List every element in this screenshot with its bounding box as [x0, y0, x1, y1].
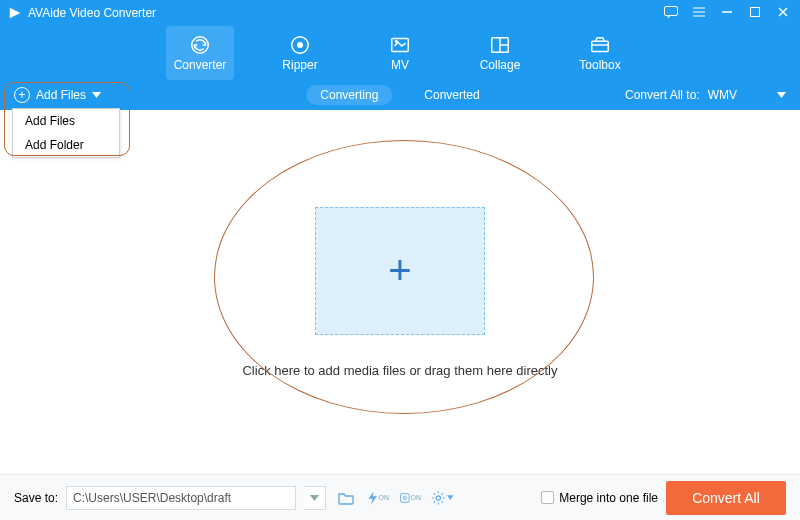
- window-controls: [662, 6, 792, 21]
- nav-collage[interactable]: Collage: [466, 26, 534, 80]
- add-files-dropdown: Add Files Add Folder: [12, 108, 120, 158]
- convert-all-to-label: Convert All to:: [625, 88, 700, 102]
- footer-bar: Save to: C:\Users\USER\Desktop\draft ON …: [0, 474, 800, 520]
- svg-point-11: [298, 43, 303, 48]
- sub-tabs: Converting Converted: [306, 85, 493, 105]
- toolbox-icon: [589, 34, 611, 56]
- svg-marker-19: [92, 92, 101, 98]
- save-path-dropdown[interactable]: [304, 486, 326, 510]
- settings-button[interactable]: [430, 486, 454, 510]
- high-speed-button[interactable]: ON: [398, 486, 422, 510]
- titlebar: AVAide Video Converter: [0, 0, 800, 26]
- svg-point-24: [403, 496, 406, 499]
- merge-label: Merge into one file: [559, 491, 658, 505]
- convert-all-button[interactable]: Convert All: [666, 481, 786, 515]
- app-logo-icon: [8, 6, 22, 20]
- checkbox-icon: [541, 491, 554, 504]
- save-path-value: C:\Users\USER\Desktop\draft: [73, 491, 231, 505]
- close-icon[interactable]: [774, 6, 792, 21]
- minimize-icon[interactable]: [718, 6, 736, 21]
- add-files-button[interactable]: + Add Files: [14, 87, 101, 103]
- tab-converted[interactable]: Converted: [410, 85, 493, 105]
- convert-all-to: Convert All to: WMV: [625, 88, 786, 102]
- target-format-select[interactable]: WMV: [708, 88, 786, 102]
- caret-down-icon: [777, 92, 786, 98]
- ripper-icon: [289, 34, 311, 56]
- nav-label: Ripper: [282, 58, 317, 72]
- collage-icon: [489, 34, 511, 56]
- nav-label: Converter: [174, 58, 227, 72]
- drop-instruction: Click here to add media files or drag th…: [242, 363, 557, 378]
- nav-label: MV: [391, 58, 409, 72]
- save-to-label: Save to:: [14, 491, 58, 505]
- caret-down-icon: [447, 495, 453, 500]
- nav-label: Toolbox: [579, 58, 620, 72]
- brand: AVAide Video Converter: [8, 6, 156, 20]
- svg-marker-26: [447, 495, 453, 499]
- svg-rect-17: [592, 41, 609, 51]
- nav-toolbox[interactable]: Toolbox: [566, 26, 634, 80]
- converter-icon: [189, 34, 211, 56]
- caret-down-icon: [92, 92, 101, 98]
- menu-icon[interactable]: [690, 6, 708, 21]
- secondary-bar: + Add Files Converting Converted Convert…: [0, 80, 800, 110]
- svg-marker-20: [777, 92, 786, 98]
- plus-icon: +: [388, 248, 411, 293]
- drop-zone[interactable]: +: [315, 207, 485, 335]
- svg-point-25: [436, 495, 440, 499]
- app-title: AVAide Video Converter: [28, 6, 156, 20]
- svg-point-13: [395, 40, 397, 42]
- nav-converter[interactable]: Converter: [166, 26, 234, 80]
- main-area: + Click here to add media files or drag …: [0, 110, 800, 474]
- maximize-icon[interactable]: [746, 6, 764, 21]
- merge-toggle[interactable]: Merge into one file: [541, 491, 658, 505]
- tab-converting[interactable]: Converting: [306, 85, 392, 105]
- nav-ripper[interactable]: Ripper: [266, 26, 334, 80]
- caret-down-icon: [310, 495, 319, 501]
- mv-icon: [389, 34, 411, 56]
- gpu-accel-button[interactable]: ON: [366, 486, 390, 510]
- nav-label: Collage: [480, 58, 521, 72]
- svg-rect-23: [400, 493, 409, 502]
- add-files-label: Add Files: [36, 88, 86, 102]
- nav-mv[interactable]: MV: [366, 26, 434, 80]
- main-navbar: Converter Ripper MV Collage Toolbox: [0, 26, 800, 80]
- dropdown-item-add-files[interactable]: Add Files: [13, 109, 119, 133]
- save-path-field[interactable]: C:\Users\USER\Desktop\draft: [66, 486, 296, 510]
- target-format-value: WMV: [708, 88, 737, 102]
- dropdown-item-add-folder[interactable]: Add Folder: [13, 133, 119, 157]
- feedback-icon[interactable]: [662, 6, 680, 21]
- svg-marker-22: [369, 491, 377, 504]
- svg-marker-21: [310, 495, 319, 501]
- plus-circle-icon: +: [14, 87, 30, 103]
- svg-rect-1: [665, 6, 678, 15]
- svg-marker-0: [10, 8, 21, 19]
- open-folder-button[interactable]: [334, 486, 358, 510]
- svg-rect-6: [751, 7, 760, 16]
